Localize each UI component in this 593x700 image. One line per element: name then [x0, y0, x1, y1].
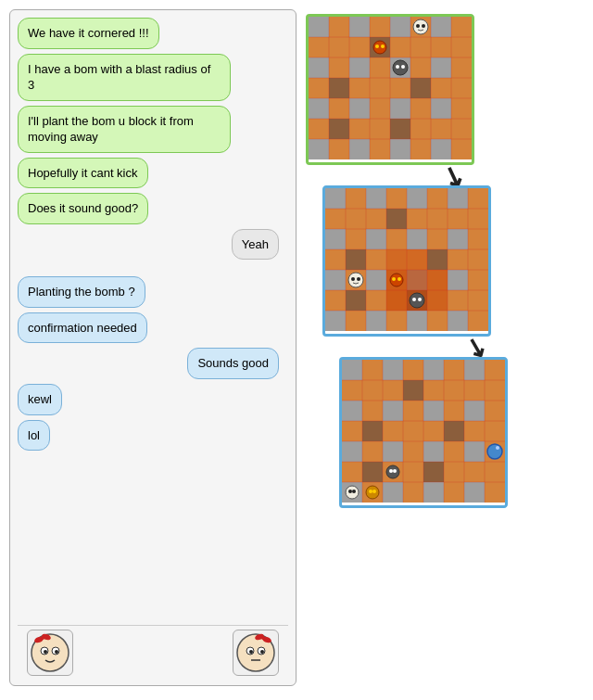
svg-rect-236 — [403, 482, 423, 503]
svg-rect-156 — [386, 290, 407, 311]
svg-point-90 — [422, 24, 425, 28]
svg-rect-230 — [444, 462, 464, 482]
svg-rect-186 — [362, 360, 383, 380]
svg-point-182 — [392, 277, 396, 281]
game-panel: ↘ — [306, 9, 584, 691]
svg-rect-129 — [468, 249, 488, 270]
svg-rect-51 — [309, 98, 329, 119]
svg-point-180 — [418, 298, 422, 301]
svg-rect-228 — [403, 462, 423, 482]
svg-rect-218 — [362, 441, 383, 462]
svg-rect-24 — [431, 17, 451, 37]
svg-rect-18 — [309, 17, 329, 37]
svg-rect-47 — [390, 78, 410, 98]
svg-rect-128 — [448, 249, 468, 270]
svg-rect-139 — [346, 290, 366, 311]
svg-point-178 — [410, 293, 424, 308]
svg-rect-62 — [370, 119, 390, 139]
board-1 — [306, 14, 474, 165]
svg-rect-214 — [444, 421, 464, 441]
svg-rect-46 — [370, 78, 390, 98]
svg-point-91 — [393, 60, 408, 75]
message-4: Hopefully it cant kick — [18, 158, 148, 189]
svg-rect-120 — [448, 229, 468, 249]
svg-rect-41 — [431, 57, 451, 78]
svg-point-15 — [260, 650, 264, 654]
svg-rect-213 — [423, 421, 444, 441]
svg-point-260 — [369, 490, 372, 493]
svg-rect-74 — [451, 139, 472, 159]
svg-rect-191 — [464, 360, 485, 380]
svg-rect-145 — [468, 290, 488, 311]
svg-rect-231 — [464, 462, 485, 482]
board-2-container: ↘ — [322, 185, 491, 337]
svg-rect-124 — [366, 249, 386, 270]
svg-rect-19 — [329, 17, 349, 37]
svg-rect-45 — [349, 78, 370, 98]
svg-rect-187 — [383, 360, 403, 380]
svg-rect-108 — [366, 209, 386, 229]
svg-rect-36 — [329, 57, 349, 78]
svg-rect-197 — [423, 380, 444, 401]
svg-rect-209 — [342, 421, 362, 441]
svg-point-176 — [351, 277, 355, 281]
svg-rect-235 — [383, 482, 403, 503]
svg-rect-112 — [448, 209, 468, 229]
svg-rect-57 — [431, 98, 451, 119]
svg-rect-150 — [407, 311, 427, 331]
svg-point-96 — [381, 45, 385, 48]
svg-rect-116 — [366, 229, 386, 249]
board-3-container — [339, 357, 508, 508]
svg-rect-34 — [431, 37, 451, 57]
svg-rect-66 — [451, 119, 472, 139]
svg-rect-107 — [346, 209, 366, 229]
svg-rect-208 — [485, 401, 505, 421]
svg-rect-53 — [349, 98, 370, 119]
svg-rect-98 — [325, 188, 346, 209]
svg-rect-22 — [390, 17, 410, 37]
board-3 — [339, 357, 508, 508]
avatar-right — [233, 630, 279, 676]
svg-rect-111 — [427, 209, 448, 229]
svg-rect-222 — [444, 441, 464, 462]
svg-point-259 — [366, 486, 379, 499]
svg-rect-138 — [325, 290, 346, 311]
svg-rect-35 — [309, 57, 329, 78]
svg-rect-219 — [383, 441, 403, 462]
message-2: I have a bom with a blast radius of 3 — [18, 54, 231, 101]
svg-rect-210 — [362, 421, 383, 441]
svg-rect-192 — [485, 360, 505, 380]
svg-rect-226 — [362, 462, 383, 482]
svg-rect-25 — [451, 17, 472, 37]
svg-rect-151 — [427, 311, 448, 331]
svg-rect-220 — [403, 441, 423, 462]
svg-rect-31 — [410, 37, 431, 57]
svg-rect-189 — [423, 360, 444, 380]
svg-rect-48 — [410, 78, 431, 98]
svg-point-88 — [413, 19, 428, 34]
svg-rect-140 — [366, 290, 386, 311]
svg-rect-70 — [370, 139, 390, 159]
svg-rect-221 — [423, 441, 444, 462]
svg-rect-109 — [386, 209, 407, 229]
svg-rect-30 — [390, 37, 410, 57]
message-10: kewl — [18, 384, 62, 415]
svg-rect-216 — [485, 421, 505, 441]
svg-rect-58 — [451, 98, 472, 119]
svg-rect-37 — [349, 57, 370, 78]
svg-rect-44 — [329, 78, 349, 98]
svg-rect-68 — [329, 139, 349, 159]
svg-rect-38 — [370, 57, 390, 78]
svg-rect-72 — [410, 139, 431, 159]
message-9: Sounds good — [187, 348, 279, 379]
svg-rect-20 — [349, 17, 370, 37]
svg-rect-148 — [366, 311, 386, 331]
main-container: We have it cornered !!! I have a bom wit… — [0, 0, 593, 700]
svg-rect-27 — [329, 37, 349, 57]
svg-point-261 — [372, 490, 376, 493]
svg-rect-115 — [346, 229, 366, 249]
svg-point-183 — [397, 277, 401, 281]
svg-rect-155 — [407, 270, 427, 290]
svg-point-94 — [373, 41, 386, 54]
svg-point-93 — [401, 65, 405, 69]
